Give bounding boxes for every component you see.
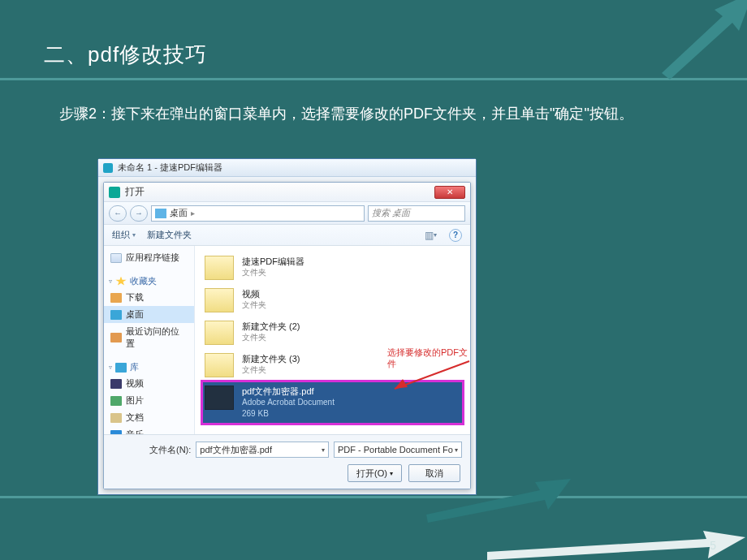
dialog-title-text: 打开 <box>125 185 430 199</box>
decor-arrow-bottom-2 <box>487 524 747 560</box>
filter-combo[interactable]: PDF - Portable Document Fo▾ <box>334 442 462 458</box>
help-icon: ? <box>453 230 458 239</box>
picture-icon <box>110 396 122 406</box>
caret-down-icon: ▾ <box>132 231 136 239</box>
cancel-button[interactable]: 取消 <box>408 464 460 482</box>
chevron-right-icon: ▸ <box>191 209 195 218</box>
decor-line-bottom <box>0 496 747 498</box>
dialog-titlebar[interactable]: 打开 ✕ <box>104 183 470 202</box>
triangle-down-icon: ▿ <box>109 278 112 285</box>
nav-item-recent[interactable]: 最近访问的位置 <box>104 323 194 352</box>
folder-icon <box>205 256 234 280</box>
close-icon: ✕ <box>447 187 453 196</box>
desktop-icon <box>110 310 122 320</box>
page-number: 5 <box>710 539 716 552</box>
view-options-button[interactable]: ▥▾ <box>423 229 438 242</box>
nav-group-favorites[interactable]: ▿收藏夹 <box>104 271 194 289</box>
app-titlebar[interactable]: 未命名 1 - 捷速PDF编辑器 <box>98 159 476 177</box>
app-title-text: 未命名 1 - 捷速PDF编辑器 <box>118 162 471 174</box>
nav-item-desktop[interactable]: 桌面 <box>104 306 194 323</box>
file-item-folder[interactable]: 视频文件夹 <box>203 285 462 316</box>
link-icon <box>110 253 122 263</box>
star-icon <box>115 277 127 286</box>
dialog-body: 应用程序链接 ▿收藏夹 下载 桌面 最近访问的位置 ▿库 视频 图片 文档 音乐… <box>104 246 470 434</box>
filename-combo[interactable]: pdf文件加密器.pdf▾ <box>196 442 329 458</box>
folder-icon <box>205 321 234 345</box>
slide-title: 二、pdf修改技巧 <box>44 41 207 69</box>
grid-icon: ▥ <box>425 230 434 241</box>
breadcrumb-desktop: 桌面 <box>170 207 188 219</box>
file-list: 捷速PDF编辑器文件夹 视频文件夹 新建文件夹 (2)文件夹 新建文件夹 (3)… <box>195 246 470 434</box>
pdf-icon <box>205 386 234 410</box>
folder-icon <box>205 353 234 377</box>
nav-item-video[interactable]: 视频 <box>104 375 194 392</box>
open-dialog: 打开 ✕ ← → 桌面 ▸ 搜索 桌面 组织▾ 新建文件夹 ▥▾ ? 应用程序链… <box>103 182 471 489</box>
recent-icon <box>110 333 122 342</box>
nav-group-library[interactable]: ▿库 <box>104 357 194 375</box>
app-window: 未命名 1 - 捷速PDF编辑器 打开 ✕ ← → 桌面 ▸ 搜索 桌面 组织▾… <box>97 158 477 495</box>
library-icon <box>115 363 127 373</box>
dialog-footer: 文件名(N): pdf文件加密器.pdf▾ PDF - Portable Doc… <box>104 434 470 489</box>
slide-body-text: 步骤2：接下来在弹出的窗口菜单内，选择需要修改的PDF文件夹，并且单击"确定"按… <box>59 102 688 125</box>
callout-text: 选择要修改的PDF文件 <box>387 347 470 369</box>
folder-icon <box>205 288 234 312</box>
close-button[interactable]: ✕ <box>434 186 465 199</box>
triangle-down-icon: ▿ <box>109 364 112 371</box>
open-button[interactable]: 打开(O) ▾ <box>348 464 402 482</box>
new-folder-button[interactable]: 新建文件夹 <box>147 229 192 241</box>
download-icon <box>110 293 122 303</box>
organize-menu[interactable]: 组织▾ <box>112 229 136 241</box>
arrow-left-icon: ← <box>114 209 122 218</box>
caret-down-icon: ▾ <box>390 470 393 477</box>
dialog-icon <box>109 187 120 198</box>
nav-tree: 应用程序链接 ▿收藏夹 下载 桌面 最近访问的位置 ▿库 视频 图片 文档 音乐 <box>104 246 195 434</box>
dialog-navrow: ← → 桌面 ▸ 搜索 桌面 <box>104 202 470 225</box>
dialog-toolbar: 组织▾ 新建文件夹 ▥▾ ? <box>104 225 470 246</box>
search-input[interactable]: 搜索 桌面 <box>368 205 465 222</box>
filename-label: 文件名(N): <box>149 444 191 456</box>
document-icon <box>110 413 122 423</box>
nav-item-app-links[interactable]: 应用程序链接 <box>104 249 194 266</box>
decor-arrow-top-right <box>658 0 747 81</box>
nav-item-documents[interactable]: 文档 <box>104 409 194 426</box>
file-item-folder[interactable]: 捷速PDF编辑器文件夹 <box>203 252 462 283</box>
address-bar[interactable]: 桌面 ▸ <box>151 205 365 222</box>
arrow-right-icon: → <box>135 209 143 218</box>
caret-down-icon: ▾ <box>455 446 458 454</box>
decor-line-top <box>0 78 747 80</box>
nav-forward-button[interactable]: → <box>130 205 148 222</box>
nav-item-downloads[interactable]: 下载 <box>104 289 194 306</box>
nav-back-button[interactable]: ← <box>109 205 127 222</box>
help-button[interactable]: ? <box>449 229 462 242</box>
desktop-icon <box>155 209 166 218</box>
nav-item-pictures[interactable]: 图片 <box>104 392 194 409</box>
video-icon <box>110 379 122 389</box>
caret-down-icon: ▾ <box>434 231 437 239</box>
nav-item-music[interactable]: 音乐 <box>104 426 194 434</box>
app-icon <box>103 163 113 173</box>
caret-down-icon: ▾ <box>322 446 325 454</box>
music-icon <box>110 430 122 435</box>
file-item-folder[interactable]: 新建文件夹 (2)文件夹 <box>203 317 462 348</box>
